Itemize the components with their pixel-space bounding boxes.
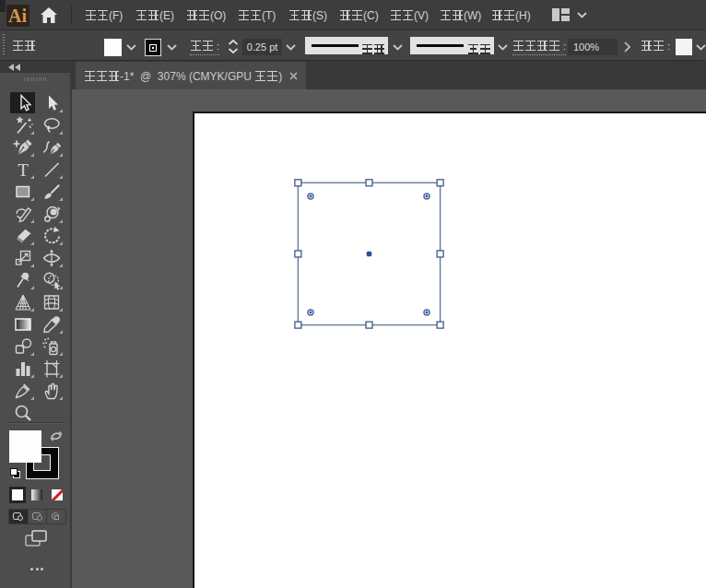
svg-text:T: T xyxy=(18,160,29,180)
